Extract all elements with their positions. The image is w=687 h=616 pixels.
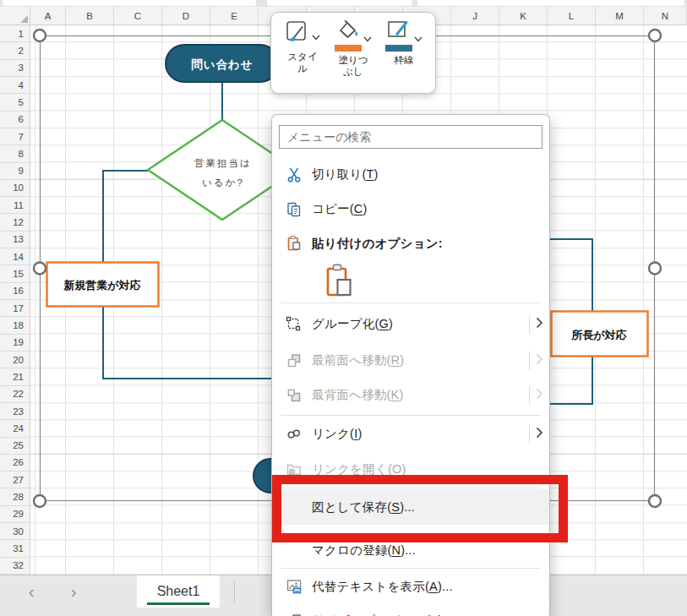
connector-right-branch-bottom[interactable]: [550, 357, 592, 404]
menu-item-label: グループ化(G): [312, 316, 393, 332]
menu-search-input[interactable]: [279, 125, 543, 149]
open-link-icon: [285, 460, 303, 478]
menu-item-alt-text[interactable]: 代替テキストを表示(A)...: [272, 570, 549, 603]
toolbar-style-button[interactable]: スタイル: [278, 19, 327, 74]
menu-separator: [281, 568, 541, 569]
fill-bucket-icon: [335, 19, 361, 43]
menu-item-label: リンクを開く(O): [312, 461, 406, 477]
selection-handle[interactable]: [649, 30, 661, 41]
border-color-bar: [385, 45, 412, 52]
fill-color-bar: [335, 45, 362, 52]
menu-item-copy[interactable]: コピー(C): [272, 192, 549, 226]
menu-item-label: 最背面へ移動(K): [312, 387, 403, 403]
flowchart-process-left-label: 新規営業が対応: [63, 279, 140, 292]
connector-right-branch-top[interactable]: [550, 239, 592, 311]
size-properties-icon: [285, 612, 303, 616]
selection-handle[interactable]: [34, 495, 46, 507]
group-icon: [285, 315, 303, 334]
chevron-down-icon[interactable]: [414, 30, 423, 46]
chevron-down-icon[interactable]: [312, 29, 320, 44]
menu-item-bring-to-front: 最前面へ移動(R): [272, 343, 549, 378]
menu-row-paste-options: [272, 260, 549, 301]
sheet-tab-active[interactable]: Sheet1: [137, 575, 220, 608]
menu-separator: [281, 488, 541, 488]
floating-format-toolbar: スタイル塗りつぶし枠線: [270, 12, 436, 94]
alt-text-icon: [285, 577, 303, 596]
context-menu: 切り取り(T)コピー(C)貼り付けのオプション:グループ化(G)最前面へ移動(R…: [271, 114, 550, 616]
menu-item-label: サイズとプロパティ(Z): [312, 613, 442, 616]
submenu-arrow-icon[interactable]: [536, 427, 543, 441]
menu-item-link[interactable]: リンク(I): [272, 417, 549, 451]
menu-item-size-properties[interactable]: サイズとプロパティ(Z): [272, 603, 549, 616]
toolbar-border-label: 枠線: [386, 54, 422, 66]
submenu-divider: [529, 425, 530, 444]
menu-item-label: 切り取り(T): [312, 166, 379, 183]
menu-item-label: 図として保存(S)...: [312, 499, 415, 515]
link-icon: [285, 425, 303, 444]
copy-icon: [285, 200, 303, 219]
selection-handle[interactable]: [34, 30, 46, 41]
chevron-down-icon[interactable]: [363, 30, 372, 46]
paste-option-button[interactable]: [321, 261, 357, 300]
submenu-divider: [529, 386, 530, 405]
sheet-nav-left-icon[interactable]: ‹: [20, 581, 42, 602]
menu-item-label: 貼り付けのオプション:: [312, 236, 443, 252]
flowchart-decision-label-line1: 営業担当は: [194, 158, 252, 168]
menu-item-cut[interactable]: 切り取り(T): [272, 157, 549, 192]
submenu-divider: [529, 315, 530, 334]
toolbar-fill-label: 塗りつぶし: [335, 54, 371, 78]
active-tab-underline: [147, 602, 210, 605]
menu-item-paste-options[interactable]: 貼り付けのオプション:: [272, 226, 549, 260]
sheet-tab-label: Sheet1: [157, 584, 200, 599]
menu-item-label: リンク(I): [312, 426, 362, 442]
excel-window: ABCDEFGHIJKLMN 1234567891011121314151617…: [0, 0, 687, 616]
clipboard-icon: [285, 234, 303, 253]
toolbar-style-label: スタイル: [285, 51, 320, 74]
menu-separator: [281, 415, 541, 416]
menu-separator: [281, 303, 541, 303]
submenu-arrow-icon: [536, 353, 543, 368]
submenu-arrow-icon: [536, 388, 543, 402]
style-brush-icon: [285, 19, 310, 48]
menu-item-label: 代替テキストを表示(A)...: [312, 579, 453, 595]
selection-handle[interactable]: [649, 495, 661, 507]
menu-item-open-link: リンクを開く(O): [272, 451, 549, 487]
menu-item-send-to-back: 最背面へ移動(K): [272, 378, 549, 412]
send-back-icon: [285, 386, 303, 405]
border-pencil-icon: [386, 19, 412, 43]
bring-front-icon: [285, 352, 303, 370]
selection-handle[interactable]: [649, 263, 661, 275]
scissors-icon: [285, 166, 303, 184]
menu-item-group[interactable]: グループ化(G): [272, 307, 549, 341]
sheet-nav-right-icon[interactable]: ›: [63, 581, 85, 602]
menu-item-label: マクロの登録(N)...: [312, 542, 416, 559]
menu-item-label: コピー(C): [312, 201, 368, 217]
toolbar-border-button[interactable]: 枠線: [379, 19, 428, 66]
flowchart-process-right-label: 所長が対応: [570, 329, 626, 341]
selection-handle[interactable]: [34, 263, 46, 275]
toolbar-fill-button[interactable]: 塗りつぶし: [329, 19, 378, 78]
flowchart-decision-label-line2: いるか?: [202, 177, 244, 188]
flowchart-start-label: 問い合わせ: [191, 58, 253, 71]
tab-separator: [234, 581, 235, 602]
menu-item-label: 最前面へ移動(R): [312, 352, 404, 368]
menu-item-save-as-picture[interactable]: 図として保存(S)...: [272, 489, 549, 525]
submenu-divider: [529, 352, 530, 370]
menu-item-assign-macro[interactable]: マクロの登録(N)...: [272, 533, 549, 567]
submenu-arrow-icon[interactable]: [536, 317, 543, 331]
